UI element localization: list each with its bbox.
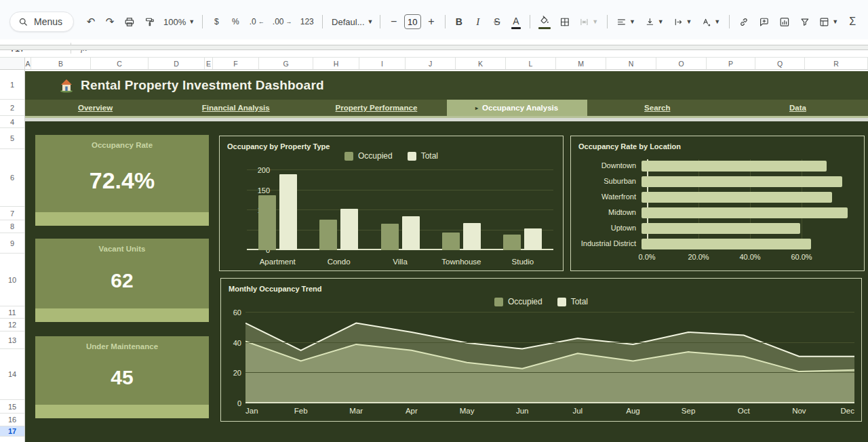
column-header-D[interactable]: D	[149, 58, 205, 69]
text-color-button[interactable]: A	[507, 12, 525, 31]
borders-button[interactable]	[555, 12, 574, 31]
column-header-F[interactable]: F	[213, 58, 259, 69]
increase-font-size-button[interactable]: +	[422, 12, 440, 31]
column-header-A[interactable]: A	[25, 58, 31, 69]
column-header-H[interactable]: H	[313, 58, 359, 69]
trend-chart: 0204060	[245, 313, 854, 403]
vertical-align-button[interactable]: ▼	[641, 12, 668, 31]
row-header-13[interactable]: 13	[0, 332, 24, 349]
column-header-J[interactable]: J	[406, 58, 456, 69]
column-header-O[interactable]: O	[656, 58, 707, 69]
month-label-may: May	[460, 407, 475, 415]
row-header-15[interactable]: 15	[0, 400, 24, 414]
insert-comment-button[interactable]	[755, 12, 774, 31]
undo-icon: ↶	[87, 16, 96, 28]
create-filter-button[interactable]	[795, 12, 814, 31]
zoom-select[interactable]: 100%▼	[161, 12, 198, 31]
tab-financial-analysis[interactable]: Financial Analysis	[165, 100, 306, 116]
row-header-9[interactable]: 9	[0, 233, 24, 254]
tab-data[interactable]: Data	[728, 100, 868, 116]
bar-occupied	[503, 235, 521, 250]
bold-icon: B	[456, 16, 462, 27]
strikethrough-button[interactable]: S	[488, 12, 506, 31]
table-views-button[interactable]: ▼	[815, 12, 842, 31]
bar-track	[642, 239, 853, 249]
location-row-industrial-district: Industrial District	[579, 236, 853, 252]
chart-month-labels: JanFebMarAprMayJunJulAugSepOctNovDec	[245, 407, 854, 418]
insert-chart-button[interactable]	[775, 12, 794, 31]
merge-cells-button[interactable]: ▼	[575, 12, 602, 31]
sheet-grid: 124567891011121314151617 Rental Property…	[0, 70, 868, 442]
italic-button[interactable]: I	[469, 12, 487, 31]
y-axis-label: 40	[233, 339, 241, 347]
kpi-card-vacant-units: Vacant Units 62	[35, 239, 209, 322]
row-header-4[interactable]: 4	[0, 116, 24, 128]
format-currency-button[interactable]: $	[208, 12, 225, 31]
column-header-I[interactable]: I	[359, 58, 406, 69]
row-header-14[interactable]: 14	[0, 349, 24, 400]
column-header-P[interactable]: P	[707, 58, 755, 69]
select-all-corner[interactable]	[0, 58, 25, 69]
month-label-jun: Jun	[516, 407, 529, 415]
search-icon	[18, 17, 28, 27]
increase-decimal-button[interactable]: .00→	[269, 12, 296, 31]
font-size-input[interactable]: 10	[404, 14, 421, 29]
row-header-12[interactable]: 12	[0, 319, 24, 332]
tab-occupancy-analysis[interactable]: ▸Occupancy Analysis	[447, 100, 587, 116]
column-header-L[interactable]: L	[506, 58, 556, 69]
column-header-N[interactable]: N	[606, 58, 656, 69]
chart-category-labels: ApartmentCondoVillaTownhouseStudio	[247, 258, 553, 266]
menus-button[interactable]: Menus	[9, 12, 74, 32]
column-header-Q[interactable]: Q	[755, 58, 805, 69]
column-header-E[interactable]: E	[205, 58, 213, 69]
insert-link-button[interactable]	[734, 12, 753, 31]
row-header-16[interactable]: 16	[0, 414, 24, 426]
bold-button[interactable]: B	[450, 12, 468, 31]
fill-color-icon	[539, 15, 550, 26]
fill-color-button[interactable]	[535, 12, 554, 31]
row-header-11[interactable]: 11	[0, 306, 24, 319]
functions-button[interactable]: Σ	[844, 12, 861, 31]
undo-button[interactable]: ↶	[82, 12, 100, 31]
tab-label: Financial Analysis	[202, 104, 270, 112]
row-header-6[interactable]: 6	[0, 149, 24, 207]
more-formats-button[interactable]: 123	[296, 12, 317, 31]
kpi-accent-strip	[35, 212, 209, 226]
tab-search[interactable]: Search	[587, 100, 728, 116]
text-rotation-button[interactable]: ▼	[697, 12, 724, 31]
bar-group-studio	[492, 170, 553, 250]
column-header-R[interactable]: R	[805, 58, 868, 69]
column-header-K[interactable]: K	[456, 58, 506, 69]
tab-overview[interactable]: Overview	[25, 100, 165, 116]
format-percent-button[interactable]: %	[226, 12, 244, 31]
column-header-M[interactable]: M	[556, 58, 606, 69]
month-label-mar: Mar	[349, 407, 363, 415]
print-button[interactable]	[120, 12, 139, 31]
row-header-17[interactable]: 17	[0, 426, 24, 437]
horizontal-align-button[interactable]: ▼	[612, 12, 639, 31]
row-header-10[interactable]: 10	[0, 254, 24, 306]
kpi-accent-strip	[35, 405, 209, 418]
row-header-8[interactable]: 8	[0, 220, 24, 233]
font-size-value: 10	[408, 17, 417, 27]
redo-button[interactable]: ↷	[101, 12, 119, 31]
row-header-7[interactable]: 7	[0, 207, 24, 220]
chevron-down-icon: ▼	[714, 18, 720, 25]
row-header-1[interactable]: 1	[0, 70, 24, 100]
column-header-B[interactable]: B	[31, 58, 91, 69]
text-wrap-button[interactable]: ▼	[669, 12, 696, 31]
decrease-decimal-button[interactable]: .0←	[245, 12, 267, 31]
toolbar-divider	[445, 15, 446, 28]
row-header-5[interactable]: 5	[0, 128, 24, 149]
column-header-G[interactable]: G	[259, 58, 313, 69]
align-left-icon	[616, 16, 627, 28]
decrease-font-size-button[interactable]: −	[385, 12, 403, 31]
tab-property-performance[interactable]: Property Performance	[306, 100, 446, 116]
paint-format-button[interactable]	[140, 12, 159, 31]
table-icon	[819, 16, 829, 28]
row-header-2[interactable]: 2	[0, 100, 24, 116]
hidden-row-marker[interactable]	[0, 45, 868, 50]
column-header-C[interactable]: C	[91, 58, 149, 69]
font-select[interactable]: Defaul...▼	[328, 12, 375, 31]
font-name-value: Defaul...	[332, 17, 364, 27]
